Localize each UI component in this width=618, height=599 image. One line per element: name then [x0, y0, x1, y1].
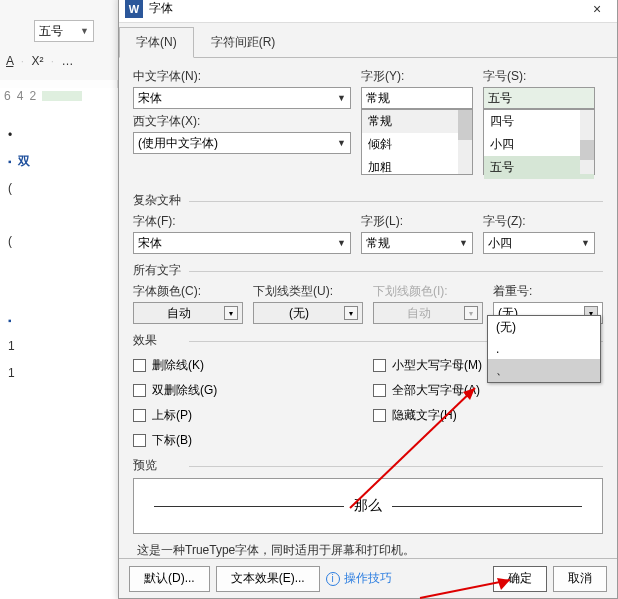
tips-link[interactable]: i 操作技巧	[326, 570, 392, 587]
default-button[interactable]: 默认(D)...	[129, 566, 210, 592]
ribbon-fragment: 五号 ▼ A · X² · …	[0, 0, 118, 80]
style-input[interactable]: 常规	[361, 87, 473, 109]
complex-style-label: 字形(L):	[361, 213, 473, 230]
style-label: 字形(Y):	[361, 68, 473, 85]
size-option[interactable]: 小四	[484, 133, 594, 156]
style-option[interactable]: 常规	[362, 110, 472, 133]
font-color-label: 字体颜色(C):	[133, 283, 243, 300]
word-logo-icon: W	[125, 0, 143, 18]
font-dialog: W 字体 × 字体(N) 字符间距(R) 中文字体(N): 宋体 ▼ 字形(Y)…	[118, 0, 618, 599]
ruler: 6 4 2	[0, 88, 118, 104]
more-icon[interactable]: …	[61, 54, 73, 68]
scrollbar[interactable]	[580, 110, 594, 174]
chevron-down-icon: ▾	[464, 306, 478, 320]
underline-color-label: 下划线颜色(I):	[373, 283, 483, 300]
font-size-combo[interactable]: 五号 ▼	[34, 20, 94, 42]
emphasis-label: 着重号:	[493, 283, 603, 300]
size-option[interactable]: 四号	[484, 110, 594, 133]
tab-strip: 字体(N) 字符间距(R)	[119, 23, 617, 58]
complex-style-select[interactable]: 常规 ▼	[361, 232, 473, 254]
size-label: 字号(S):	[483, 68, 595, 85]
complex-font-label: 字体(F):	[133, 213, 351, 230]
tab-spacing[interactable]: 字符间距(R)	[194, 27, 293, 57]
chevron-down-icon: ▼	[337, 138, 346, 148]
western-font-select[interactable]: (使用中文字体) ▼	[133, 132, 351, 154]
complex-font-select[interactable]: 宋体 ▼	[133, 232, 351, 254]
titlebar: W 字体 ×	[119, 0, 617, 23]
dblstrike-checkbox[interactable]: 双删除线(G)	[133, 382, 363, 399]
ok-button[interactable]: 确定	[493, 566, 547, 592]
underline-color-select: 自动 ▾	[373, 302, 483, 324]
preview-note: 这是一种TrueType字体，同时适用于屏幕和打印机。	[137, 542, 603, 559]
text-effect-button[interactable]: 文本效果(E)...	[216, 566, 320, 592]
emphasis-option[interactable]: .	[488, 339, 600, 359]
chevron-down-icon: ▾	[344, 306, 358, 320]
superscript-checkbox[interactable]: 上标(P)	[133, 407, 363, 424]
chevron-down-icon: ▼	[80, 26, 89, 36]
preview-section-label: 预览	[133, 457, 603, 474]
emphasis-option[interactable]: 、	[488, 359, 600, 382]
panel-font: 中文字体(N): 宋体 ▼ 字形(Y): 常规 常规 倾斜 加粗	[119, 58, 617, 559]
cancel-button[interactable]: 取消	[553, 566, 607, 592]
chinese-font-label: 中文字体(N):	[133, 68, 351, 85]
chevron-down-icon: ▼	[337, 238, 346, 248]
font-color-icon[interactable]: A	[6, 54, 13, 68]
chevron-down-icon: ▼	[459, 238, 468, 248]
subscript-checkbox[interactable]: 下标(B)	[133, 432, 363, 449]
style-listbox[interactable]: 常规 倾斜 加粗	[361, 109, 473, 175]
underline-label: 下划线类型(U):	[253, 283, 363, 300]
alltext-section-label: 所有文字	[133, 262, 603, 279]
hidden-checkbox[interactable]: 隐藏文字(H)	[373, 407, 603, 424]
complex-section-label: 复杂文种	[133, 192, 603, 209]
font-color-select[interactable]: 自动 ▾	[133, 302, 243, 324]
allcaps-checkbox[interactable]: 全部大写字母(A)	[373, 382, 603, 399]
chevron-down-icon: ▾	[224, 306, 238, 320]
style-option[interactable]: 加粗	[362, 156, 472, 179]
size-input[interactable]: 五号	[483, 87, 595, 109]
emphasis-option[interactable]: (无)	[488, 316, 600, 339]
emphasis-dropdown-popup[interactable]: (无) . 、	[487, 315, 601, 383]
complex-size-select[interactable]: 小四 ▼	[483, 232, 595, 254]
scrollbar[interactable]	[458, 110, 472, 174]
ribbon-row2: A · X² · …	[6, 54, 73, 68]
complex-size-label: 字号(Z):	[483, 213, 595, 230]
preview-text: 那么	[354, 497, 382, 515]
style-option[interactable]: 倾斜	[362, 133, 472, 156]
tab-font[interactable]: 字体(N)	[119, 27, 194, 58]
size-option[interactable]: 五号	[484, 156, 594, 179]
chinese-font-select[interactable]: 宋体 ▼	[133, 87, 351, 109]
background-app: 五号 ▼ A · X² · … 6 4 2 • 双 ( ( 1 1	[0, 0, 118, 599]
underline-select[interactable]: (无) ▾	[253, 302, 363, 324]
chevron-down-icon: ▼	[337, 93, 346, 103]
dialog-title: 字体	[149, 0, 173, 17]
close-button[interactable]: ×	[583, 1, 611, 17]
western-font-label: 西文字体(X):	[133, 113, 351, 130]
font-size-value: 五号	[39, 23, 63, 40]
preview-box: 那么	[133, 478, 603, 534]
document-body-fragment: • 双 ( ( 1 1	[0, 104, 118, 599]
info-icon: i	[326, 572, 340, 586]
size-listbox[interactable]: 四号 小四 五号	[483, 109, 595, 175]
chevron-down-icon: ▼	[581, 238, 590, 248]
superscript-icon[interactable]: X²	[31, 54, 43, 68]
dialog-footer: 默认(D)... 文本效果(E)... i 操作技巧 确定 取消	[119, 558, 617, 598]
strike-checkbox[interactable]: 删除线(K)	[133, 357, 363, 374]
